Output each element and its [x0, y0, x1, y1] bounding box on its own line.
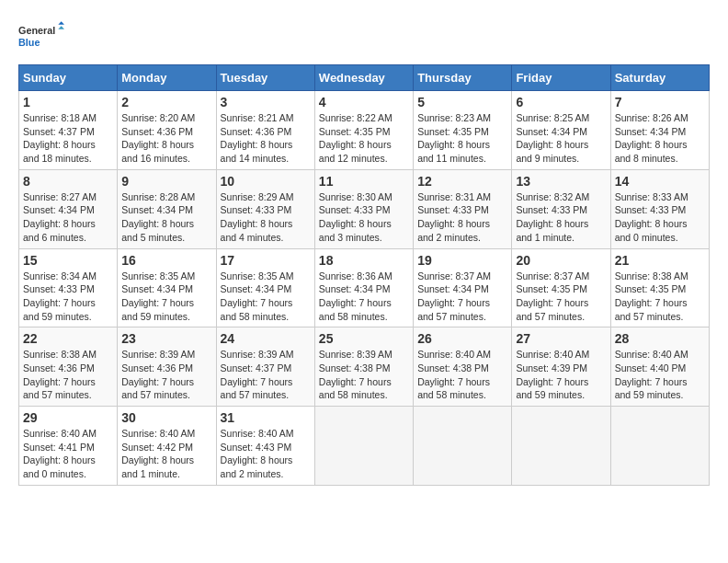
- day-number: 16: [121, 253, 211, 268]
- day-info: Sunrise: 8:27 AMSunset: 4:34 PMDaylight:…: [23, 190, 113, 245]
- day-number: 2: [121, 95, 211, 109]
- day-number: 20: [516, 253, 606, 268]
- day-cell: [314, 407, 413, 486]
- day-cell: 7Sunrise: 8:26 AMSunset: 4:34 PMDaylight…: [610, 91, 709, 170]
- day-header-monday: Monday: [118, 65, 216, 91]
- day-info: Sunrise: 8:40 AMSunset: 4:43 PMDaylight:…: [221, 427, 311, 481]
- day-info: Sunrise: 8:31 AMSunset: 4:33 PMDaylight:…: [417, 190, 507, 245]
- day-info: Sunrise: 8:30 AMSunset: 4:33 PMDaylight:…: [319, 190, 409, 245]
- day-header-saturday: Saturday: [610, 65, 709, 91]
- day-cell: 17Sunrise: 8:35 AMSunset: 4:34 PMDayligh…: [216, 248, 314, 327]
- svg-text:General: General: [18, 25, 55, 36]
- day-number: 27: [516, 331, 606, 346]
- day-info: Sunrise: 8:40 AMSunset: 4:41 PMDaylight:…: [23, 427, 113, 481]
- logo: General Blue: [18, 18, 64, 55]
- day-number: 28: [615, 331, 705, 346]
- day-info: Sunrise: 8:37 AMSunset: 4:35 PMDaylight:…: [516, 270, 606, 324]
- day-number: 26: [417, 331, 507, 346]
- day-cell: [512, 407, 610, 486]
- day-cell: 1Sunrise: 8:18 AMSunset: 4:37 PMDaylight…: [19, 91, 118, 170]
- day-info: Sunrise: 8:28 AMSunset: 4:34 PMDaylight:…: [121, 190, 211, 245]
- logo-svg: General Blue: [18, 18, 64, 55]
- day-cell: 16Sunrise: 8:35 AMSunset: 4:34 PMDayligh…: [118, 248, 216, 327]
- header-row: SundayMondayTuesdayWednesdayThursdayFrid…: [19, 65, 710, 91]
- day-info: Sunrise: 8:39 AMSunset: 4:38 PMDaylight:…: [319, 348, 409, 402]
- day-info: Sunrise: 8:40 AMSunset: 4:39 PMDaylight:…: [516, 348, 606, 402]
- day-header-sunday: Sunday: [19, 65, 118, 91]
- day-info: Sunrise: 8:33 AMSunset: 4:33 PMDaylight:…: [615, 190, 705, 245]
- day-number: 30: [121, 410, 211, 425]
- day-header-friday: Friday: [512, 65, 610, 91]
- day-cell: 10Sunrise: 8:29 AMSunset: 4:33 PMDayligh…: [216, 169, 314, 248]
- day-number: 8: [23, 174, 113, 189]
- day-number: 25: [319, 331, 409, 346]
- day-number: 9: [121, 174, 211, 189]
- day-header-thursday: Thursday: [414, 65, 512, 91]
- day-cell: 11Sunrise: 8:30 AMSunset: 4:33 PMDayligh…: [314, 169, 413, 248]
- day-cell: 25Sunrise: 8:39 AMSunset: 4:38 PMDayligh…: [314, 327, 413, 407]
- day-info: Sunrise: 8:34 AMSunset: 4:33 PMDaylight:…: [23, 270, 113, 324]
- day-number: 15: [23, 253, 113, 268]
- day-number: 3: [221, 95, 311, 109]
- day-number: 22: [23, 331, 113, 346]
- day-number: 29: [23, 410, 113, 425]
- day-cell: 6Sunrise: 8:25 AMSunset: 4:34 PMDaylight…: [512, 91, 610, 170]
- day-cell: 15Sunrise: 8:34 AMSunset: 4:33 PMDayligh…: [19, 248, 118, 327]
- day-info: Sunrise: 8:40 AMSunset: 4:38 PMDaylight:…: [417, 348, 507, 402]
- day-number: 1: [23, 95, 113, 109]
- day-info: Sunrise: 8:39 AMSunset: 4:37 PMDaylight:…: [221, 348, 311, 402]
- day-info: Sunrise: 8:37 AMSunset: 4:34 PMDaylight:…: [417, 270, 507, 324]
- day-number: 7: [615, 95, 705, 109]
- day-info: Sunrise: 8:29 AMSunset: 4:33 PMDaylight:…: [221, 190, 311, 245]
- day-info: Sunrise: 8:35 AMSunset: 4:34 PMDaylight:…: [221, 270, 311, 324]
- day-number: 21: [615, 253, 705, 268]
- day-number: 19: [417, 253, 507, 268]
- day-info: Sunrise: 8:18 AMSunset: 4:37 PMDaylight:…: [23, 111, 113, 166]
- day-number: 13: [516, 174, 606, 189]
- day-cell: 27Sunrise: 8:40 AMSunset: 4:39 PMDayligh…: [512, 327, 610, 407]
- week-row-5: 29Sunrise: 8:40 AMSunset: 4:41 PMDayligh…: [19, 407, 710, 486]
- day-number: 24: [221, 331, 311, 346]
- day-info: Sunrise: 8:40 AMSunset: 4:42 PMDaylight:…: [121, 427, 211, 481]
- day-info: Sunrise: 8:22 AMSunset: 4:35 PMDaylight:…: [319, 111, 409, 166]
- day-info: Sunrise: 8:23 AMSunset: 4:35 PMDaylight:…: [417, 111, 507, 166]
- day-info: Sunrise: 8:20 AMSunset: 4:36 PMDaylight:…: [121, 111, 211, 166]
- day-cell: 8Sunrise: 8:27 AMSunset: 4:34 PMDaylight…: [19, 169, 118, 248]
- day-info: Sunrise: 8:38 AMSunset: 4:35 PMDaylight:…: [615, 270, 705, 324]
- day-cell: 9Sunrise: 8:28 AMSunset: 4:34 PMDaylight…: [118, 169, 216, 248]
- day-cell: 5Sunrise: 8:23 AMSunset: 4:35 PMDaylight…: [414, 91, 512, 170]
- day-cell: 22Sunrise: 8:38 AMSunset: 4:36 PMDayligh…: [19, 327, 118, 407]
- day-info: Sunrise: 8:35 AMSunset: 4:34 PMDaylight:…: [121, 270, 211, 324]
- day-cell: [414, 407, 512, 486]
- day-number: 4: [319, 95, 409, 109]
- day-number: 6: [516, 95, 606, 109]
- day-info: Sunrise: 8:36 AMSunset: 4:34 PMDaylight:…: [319, 270, 409, 324]
- week-row-2: 8Sunrise: 8:27 AMSunset: 4:34 PMDaylight…: [19, 169, 710, 248]
- calendar-table: SundayMondayTuesdayWednesdayThursdayFrid…: [18, 64, 710, 486]
- day-cell: 23Sunrise: 8:39 AMSunset: 4:36 PMDayligh…: [118, 327, 216, 407]
- svg-text:Blue: Blue: [18, 37, 40, 48]
- day-cell: 20Sunrise: 8:37 AMSunset: 4:35 PMDayligh…: [512, 248, 610, 327]
- day-cell: 29Sunrise: 8:40 AMSunset: 4:41 PMDayligh…: [19, 407, 118, 486]
- week-row-3: 15Sunrise: 8:34 AMSunset: 4:33 PMDayligh…: [19, 248, 710, 327]
- day-cell: 3Sunrise: 8:21 AMSunset: 4:36 PMDaylight…: [216, 91, 314, 170]
- day-cell: 2Sunrise: 8:20 AMSunset: 4:36 PMDaylight…: [118, 91, 216, 170]
- day-info: Sunrise: 8:40 AMSunset: 4:40 PMDaylight:…: [615, 348, 705, 402]
- day-info: Sunrise: 8:26 AMSunset: 4:34 PMDaylight:…: [615, 111, 705, 166]
- day-cell: 13Sunrise: 8:32 AMSunset: 4:33 PMDayligh…: [512, 169, 610, 248]
- day-number: 17: [221, 253, 311, 268]
- day-cell: 4Sunrise: 8:22 AMSunset: 4:35 PMDaylight…: [314, 91, 413, 170]
- day-number: 12: [417, 174, 507, 189]
- day-cell: 21Sunrise: 8:38 AMSunset: 4:35 PMDayligh…: [610, 248, 709, 327]
- day-number: 31: [221, 410, 311, 425]
- day-number: 10: [221, 174, 311, 189]
- week-row-1: 1Sunrise: 8:18 AMSunset: 4:37 PMDaylight…: [19, 91, 710, 170]
- day-info: Sunrise: 8:25 AMSunset: 4:34 PMDaylight:…: [516, 111, 606, 166]
- week-row-4: 22Sunrise: 8:38 AMSunset: 4:36 PMDayligh…: [19, 327, 710, 407]
- svg-marker-2: [58, 21, 64, 24]
- day-cell: 19Sunrise: 8:37 AMSunset: 4:34 PMDayligh…: [414, 248, 512, 327]
- day-number: 5: [417, 95, 507, 109]
- day-info: Sunrise: 8:38 AMSunset: 4:36 PMDaylight:…: [23, 348, 113, 402]
- day-info: Sunrise: 8:39 AMSunset: 4:36 PMDaylight:…: [121, 348, 211, 402]
- svg-marker-3: [58, 26, 64, 29]
